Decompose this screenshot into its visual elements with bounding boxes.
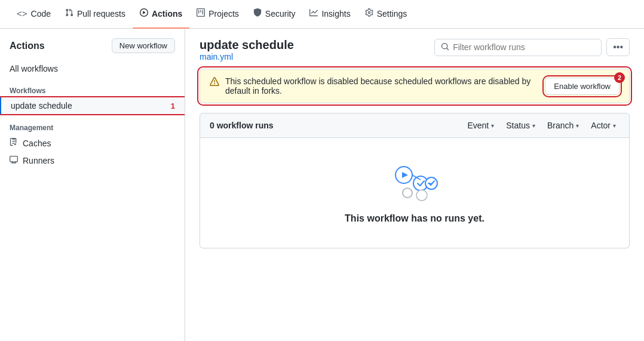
runners-label: Runners [23, 156, 54, 165]
main-layout: Actions New workflow All workflows Workf… [0, 29, 644, 341]
status-filter-button[interactable]: Status ▾ [502, 119, 539, 131]
warning-icon [210, 77, 219, 89]
workflow-title: update schedule [200, 38, 294, 52]
header-actions: ••• [434, 38, 630, 56]
caches-icon [10, 138, 18, 148]
pull-request-icon [65, 8, 73, 19]
nav-item-settings[interactable]: Settings [358, 0, 415, 29]
workflow-empty-icon [391, 162, 438, 204]
chevron-down-icon: ▾ [613, 122, 616, 129]
sidebar-item-update-schedule[interactable]: update schedule 1 [0, 97, 185, 114]
enable-workflow-badge: 2 [614, 72, 625, 83]
runners-icon [10, 155, 18, 165]
svg-point-4 [403, 188, 412, 198]
projects-icon [197, 8, 205, 19]
warning-content: This scheduled workflow is disabled beca… [210, 76, 545, 96]
chevron-down-icon: ▾ [491, 122, 494, 129]
chevron-down-icon: ▾ [532, 122, 535, 129]
search-icon [441, 42, 449, 53]
event-filter-button[interactable]: Event ▾ [464, 119, 498, 131]
svg-point-5 [416, 190, 427, 201]
workflow-file-link[interactable]: main.yml [200, 52, 233, 62]
runs-count: 0 workflow runs [210, 121, 274, 130]
runs-header: 0 workflow runs Event ▾ Status ▾ Branch … [200, 113, 630, 138]
actor-filter-button[interactable]: Actor ▾ [587, 119, 620, 131]
nav-item-actions[interactable]: Actions [133, 0, 189, 29]
filter-search-box[interactable] [434, 39, 602, 56]
content-header: update schedule main.yml ••• [200, 38, 630, 62]
sidebar-item-runners[interactable]: Runners [0, 152, 185, 169]
insights-icon [309, 8, 318, 19]
nav-item-insights[interactable]: Insights [302, 0, 357, 29]
top-navigation: <> Code Pull requests Actions Projects S… [0, 0, 644, 29]
runs-filters: Event ▾ Status ▾ Branch ▾ Actor ▾ [464, 119, 620, 131]
new-workflow-button[interactable]: New workflow [112, 38, 175, 53]
nav-item-security[interactable]: Security [246, 0, 303, 29]
caches-label: Caches [23, 139, 51, 148]
content-area: update schedule main.yml ••• This sched [185, 29, 644, 341]
workflow-info: update schedule main.yml [200, 38, 294, 62]
sidebar-item-caches[interactable]: Caches [0, 134, 185, 152]
sidebar-header: Actions New workflow [0, 38, 185, 60]
warning-text: This scheduled workflow is disabled beca… [225, 76, 545, 96]
warning-banner: This scheduled workflow is disabled beca… [200, 69, 630, 103]
settings-icon [365, 8, 373, 19]
sidebar: Actions New workflow All workflows Workf… [0, 29, 185, 341]
search-input[interactable] [453, 42, 595, 52]
chevron-down-icon: ▾ [576, 122, 579, 129]
sidebar-all-workflows[interactable]: All workflows [0, 60, 185, 77]
actions-icon [140, 8, 148, 19]
empty-state: This workflow has no runs yet. [200, 138, 630, 248]
workflow-item-badge: 1 [171, 102, 175, 110]
code-icon: <> [17, 8, 27, 19]
empty-state-text: This workflow has no runs yet. [345, 213, 484, 224]
nav-item-code[interactable]: <> Code [10, 0, 58, 29]
workflow-item-label: update schedule [11, 101, 72, 110]
security-icon [253, 8, 262, 19]
nav-item-projects[interactable]: Projects [189, 0, 246, 29]
workflows-section-label: Workflows [0, 77, 185, 97]
enable-workflow-button[interactable]: Enable workflow 2 [545, 78, 620, 95]
branch-filter-button[interactable]: Branch ▾ [544, 119, 582, 131]
management-section-label: Management [0, 114, 185, 134]
more-options-button[interactable]: ••• [606, 38, 630, 56]
nav-item-pull-requests[interactable]: Pull requests [58, 0, 133, 29]
sidebar-title: Actions [10, 41, 45, 51]
